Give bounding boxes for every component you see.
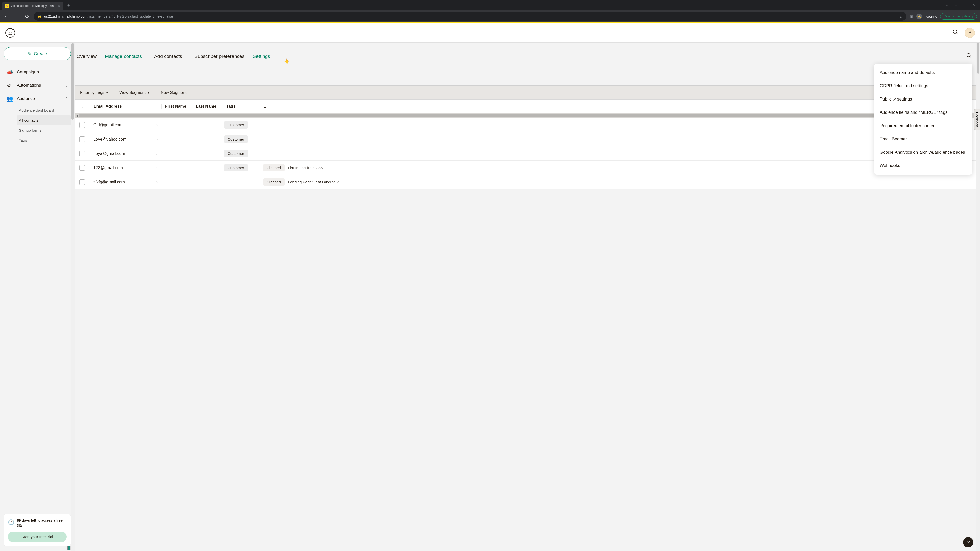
minimize-icon[interactable]: ─ <box>955 3 957 7</box>
extensions-icon[interactable]: ▣ <box>910 14 913 19</box>
mailchimp-favicon: 🐵 <box>5 4 9 8</box>
table-row[interactable]: Love@yahoo.com›Customer <box>75 132 980 146</box>
sidebar-item-automations[interactable]: ⚙ Automations ⌄ <box>3 79 71 92</box>
browser-tab-strip: 🐵 All subscribers of Moodjoy | Ma × ＋ ⌄ … <box>0 0 980 10</box>
sidebar-scrollbar[interactable] <box>71 43 75 551</box>
table-row[interactable]: 123@gmail.com›CustomerCleanedList Import… <box>75 161 980 175</box>
row-checkbox[interactable] <box>80 165 85 171</box>
trial-text: 89 days left to access a free trial. <box>17 518 67 528</box>
chevron-right-icon[interactable]: › <box>156 165 158 170</box>
new-segment-button[interactable]: New Segment <box>155 86 192 100</box>
scrollbar-thumb[interactable] <box>72 43 74 120</box>
sidebar-item-campaigns[interactable]: 📣 Campaigns ⌄ <box>3 65 71 79</box>
chevron-down-icon: ⌄ <box>143 55 146 58</box>
status-pill: Cleaned <box>263 178 285 186</box>
tag-pill: Customer <box>224 121 248 129</box>
incognito-indicator: 🕵 Incognito <box>916 14 937 19</box>
tab-subscriber-preferences[interactable]: Subscriber preferences <box>194 54 245 59</box>
chevron-right-icon[interactable]: › <box>156 180 158 184</box>
settings-dropdown: Audience name and defaults GDPR fields a… <box>874 64 972 175</box>
browser-toolbar: ← → ⟳ 🔒 us21.admin.mailchimp.com/lists/m… <box>0 10 980 22</box>
view-segment-button[interactable]: View Segment ▾ <box>114 86 155 100</box>
chevron-right-icon[interactable]: › <box>156 123 158 127</box>
lock-icon: 🔒 <box>37 14 41 18</box>
row-checkbox[interactable] <box>80 137 85 142</box>
dropdown-merge-tags[interactable]: Audience fields and *MERGE* tags <box>874 106 972 119</box>
subnav-audience-dashboard[interactable]: Audience dashboard <box>17 105 71 115</box>
close-window-icon[interactable]: ✕ <box>973 3 976 7</box>
column-first-name[interactable]: First Name <box>161 104 192 109</box>
tab-overview[interactable]: Overview <box>76 54 97 59</box>
subnav-all-contacts[interactable]: All contacts <box>17 115 71 125</box>
subnav-signup-forms[interactable]: Signup forms <box>17 125 71 135</box>
sidebar-item-audience[interactable]: 👥 Audience ⌃ <box>3 92 71 105</box>
table-row[interactable]: heya@gmail.com›Customer <box>75 146 980 161</box>
forward-button[interactable]: → <box>13 14 21 19</box>
dropdown-audience-defaults[interactable]: Audience name and defaults <box>874 66 972 79</box>
relaunch-button[interactable]: Relaunch to update ⋮ <box>940 13 977 20</box>
sidebar-item-label: Audience <box>17 96 35 101</box>
bookmark-star-icon[interactable]: ☆ <box>899 14 903 19</box>
dropdown-footer[interactable]: Required email footer content <box>874 119 972 132</box>
filter-bar: Filter by Tags ▾ View Segment ▾ New Segm… <box>75 86 980 100</box>
column-e[interactable]: E <box>259 104 265 109</box>
search-icon[interactable] <box>953 29 959 37</box>
pencil-icon: ✎ <box>27 51 32 57</box>
svg-point-2 <box>11 32 12 33</box>
browser-tab[interactable]: 🐵 All subscribers of Moodjoy | Ma × <box>2 2 63 10</box>
horizontal-scrollbar[interactable]: ◀ <box>75 113 980 118</box>
table-row[interactable]: Girl@gmail.com›Customer <box>75 118 980 132</box>
avatar[interactable]: S <box>965 28 975 38</box>
expand-all-icon[interactable]: ⌄ <box>81 104 84 108</box>
svg-point-5 <box>967 54 970 57</box>
chevron-down-icon: ⌄ <box>272 55 274 58</box>
scroll-left-icon[interactable]: ◀ <box>75 114 79 118</box>
column-email[interactable]: Email Address <box>90 104 161 109</box>
dropdown-webhooks[interactable]: Webhooks <box>874 159 972 172</box>
reload-button[interactable]: ⟳ <box>24 13 30 19</box>
svg-point-3 <box>953 30 957 33</box>
tag-pill: Customer <box>224 150 248 157</box>
create-button[interactable]: ✎ Create <box>3 47 71 60</box>
dropdown-beamer[interactable]: Email Beamer <box>874 132 972 146</box>
scrollbar-thumb[interactable] <box>977 43 980 74</box>
row-checkbox[interactable] <box>80 179 85 185</box>
row-email-text: heya@gmail.com <box>94 151 125 156</box>
sidebar-item-label: Automations <box>17 83 41 88</box>
row-checkbox[interactable] <box>80 122 85 128</box>
maximize-icon[interactable]: ▢ <box>963 3 967 7</box>
back-button[interactable]: ← <box>3 14 10 19</box>
chevron-right-icon[interactable]: › <box>156 137 158 141</box>
url-bar[interactable]: 🔒 us21.admin.mailchimp.com/lists/members… <box>34 12 907 21</box>
column-last-name[interactable]: Last Name <box>192 104 223 109</box>
search-icon[interactable] <box>966 53 972 60</box>
chevron-down-icon: ⌄ <box>65 70 68 74</box>
subnav-tags[interactable]: Tags <box>17 135 71 145</box>
tab-manage-contacts[interactable]: Manage contacts ⌄ <box>105 54 146 59</box>
table-row[interactable]: zfxfg@gmail.com›CleanedLanding Page: Tes… <box>75 175 980 189</box>
new-tab-button[interactable]: ＋ <box>66 2 71 8</box>
row-checkbox[interactable] <box>80 151 85 156</box>
svg-line-4 <box>956 33 958 34</box>
dropdown-gdpr[interactable]: GDPR fields and settings <box>874 79 972 93</box>
help-button[interactable]: ? <box>963 537 974 548</box>
tab-search-icon[interactable]: ⌄ <box>945 3 948 7</box>
sidebar: ✎ Create 📣 Campaigns ⌄ ⚙ Automations ⌄ 👥… <box>0 43 75 551</box>
dropdown-publicity[interactable]: Publicity settings <box>874 93 972 106</box>
scrollbar-thumb[interactable] <box>79 114 878 117</box>
tab-add-contacts[interactable]: Add contacts ⌄ <box>154 54 186 59</box>
chevron-down-icon: ⋮ <box>971 15 974 18</box>
close-tab-icon[interactable]: × <box>58 3 60 8</box>
main-content: Overview Manage contacts ⌄ Add contacts … <box>75 43 980 551</box>
dropdown-analytics[interactable]: Google Analytics on archive/audience pag… <box>874 146 972 159</box>
svg-point-0 <box>6 28 15 38</box>
tab-settings[interactable]: Settings ⌄ <box>253 54 274 59</box>
page-tabs: Overview Manage contacts ⌄ Add contacts … <box>75 48 980 65</box>
feedback-tab[interactable]: Feedback <box>974 109 980 130</box>
filter-by-tags-button[interactable]: Filter by Tags ▾ <box>75 86 114 100</box>
chevron-right-icon[interactable]: › <box>156 151 158 156</box>
start-trial-button[interactable]: Start your free trial <box>8 532 67 542</box>
mailchimp-logo[interactable] <box>5 28 15 38</box>
tag-pill: Customer <box>224 135 248 143</box>
column-tags[interactable]: Tags <box>223 104 259 109</box>
